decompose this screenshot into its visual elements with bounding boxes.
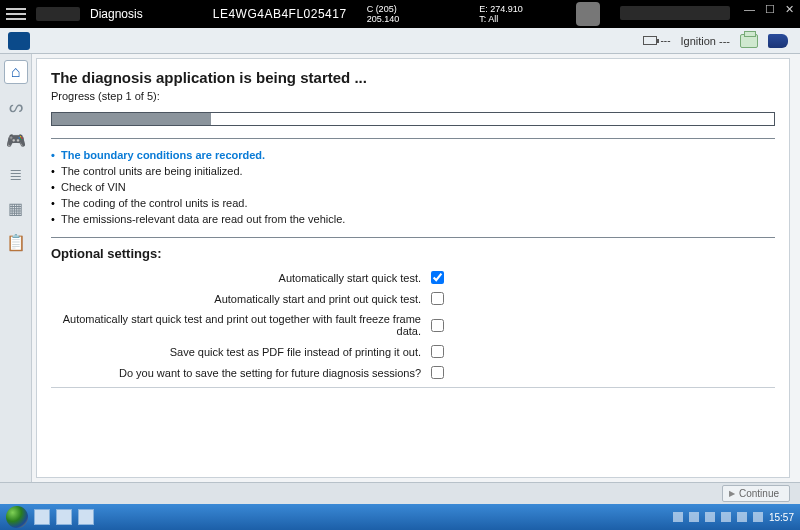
stethoscope-icon[interactable]: ᔕ	[4, 94, 28, 118]
option-checkbox-0[interactable]	[431, 271, 444, 284]
option-label: Automatically start quick test.	[51, 272, 431, 284]
left-sidebar: ⌂ᔕ🎮≣▦📋	[0, 54, 32, 482]
taskbar-app-3[interactable]	[78, 509, 94, 525]
footer-button-bar: Continue	[0, 482, 800, 504]
divider	[51, 138, 775, 139]
progress-fill	[52, 113, 211, 125]
window-minimize-button[interactable]: —	[744, 3, 755, 16]
progress-step: Check of VIN	[51, 179, 775, 195]
tray-icon[interactable]	[705, 512, 715, 522]
option-checkbox-2[interactable]	[431, 319, 444, 332]
grid-icon[interactable]: ▦	[4, 196, 28, 220]
tray-icon[interactable]	[689, 512, 699, 522]
option-row: Automatically start quick test and print…	[51, 313, 775, 337]
progress-step: The control units are being initialized.	[51, 163, 775, 179]
vehicle-icon[interactable]	[8, 32, 30, 50]
window-close-button[interactable]: ✕	[785, 3, 794, 16]
tray-icon[interactable]	[737, 512, 747, 522]
window-titlebar: Diagnosis LE4WG4AB4FL025417 C (205)205.1…	[0, 0, 800, 28]
system-tray: 15:57	[673, 512, 794, 523]
option-label: Do you want to save the setting for futu…	[51, 367, 431, 379]
ignition-status: Ignition ---	[680, 35, 730, 47]
window-maximize-button[interactable]: ☐	[765, 3, 775, 16]
app-toolbar: --- Ignition ---	[0, 28, 800, 54]
report-icon[interactable]: 📋	[4, 230, 28, 254]
optional-heading: Optional settings:	[51, 246, 775, 261]
tray-icon[interactable]	[721, 512, 731, 522]
main-panel: The diagnosis application is being start…	[36, 58, 790, 478]
windows-taskbar: 15:57	[0, 504, 800, 530]
option-checkbox-3[interactable]	[431, 345, 444, 358]
vehicle-meta-right: E: 274.910T: All	[479, 4, 523, 24]
taskbar-app-2[interactable]	[56, 509, 72, 525]
battery-icon	[643, 36, 657, 45]
gamepad-icon[interactable]: 🎮	[4, 128, 28, 152]
vehicle-meta-left: C (205)205.140	[367, 4, 400, 24]
device-icon	[576, 2, 600, 26]
hamburger-icon[interactable]	[6, 5, 26, 23]
progress-step: The boundary conditions are recorded.	[51, 147, 775, 163]
option-row: Automatically start quick test.	[51, 271, 775, 284]
option-label: Automatically start quick test and print…	[51, 313, 431, 337]
printer-icon[interactable]	[740, 34, 758, 48]
help-book-icon[interactable]	[768, 34, 788, 48]
redacted-area	[620, 6, 730, 20]
home-icon[interactable]: ⌂	[4, 60, 28, 84]
progress-step: The coding of the control units is read.	[51, 195, 775, 211]
option-row: Do you want to save the setting for futu…	[51, 366, 775, 379]
option-row: Save quick test as PDF file instead of p…	[51, 345, 775, 358]
progress-bar	[51, 112, 775, 126]
divider	[51, 237, 775, 238]
list-icon[interactable]: ≣	[4, 162, 28, 186]
taskbar-clock: 15:57	[769, 512, 794, 523]
app-title: Diagnosis	[90, 7, 143, 21]
tray-icon[interactable]	[673, 512, 683, 522]
redacted-logo	[36, 7, 80, 21]
option-label: Automatically start and print out quick …	[51, 293, 431, 305]
option-checkbox-4[interactable]	[431, 366, 444, 379]
vehicle-vin: LE4WG4AB4FL025417	[213, 7, 347, 21]
page-heading: The diagnosis application is being start…	[51, 69, 775, 86]
continue-button[interactable]: Continue	[722, 485, 790, 502]
tray-icon[interactable]	[753, 512, 763, 522]
progress-step: The emissions-relevant data are read out…	[51, 211, 775, 227]
progress-label: Progress (step 1 of 5):	[51, 90, 775, 102]
start-button[interactable]	[6, 506, 28, 528]
option-label: Save quick test as PDF file instead of p…	[51, 346, 431, 358]
option-row: Automatically start and print out quick …	[51, 292, 775, 305]
progress-steps: The boundary conditions are recorded.The…	[51, 147, 775, 227]
battery-status: ---	[643, 35, 670, 46]
option-checkbox-1[interactable]	[431, 292, 444, 305]
taskbar-app-1[interactable]	[34, 509, 50, 525]
divider	[51, 387, 775, 388]
